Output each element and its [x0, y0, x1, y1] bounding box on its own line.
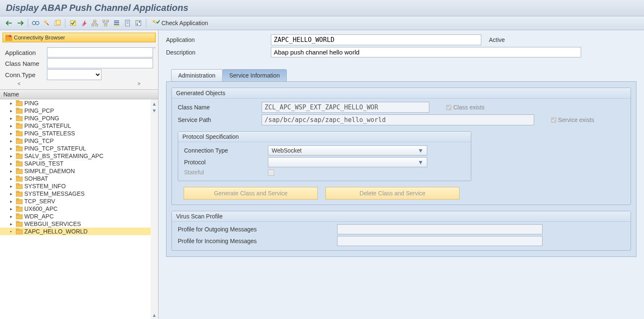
folder-icon: [16, 183, 23, 189]
check-icon[interactable]: [68, 18, 78, 28]
outgoing-profile-value[interactable]: [337, 224, 543, 234]
svg-rect-21: [136, 21, 141, 26]
connection-type-dropdown[interactable]: WebSocket▼: [268, 145, 427, 156]
tree-item-label: SYSTEM_MESSAGES: [24, 190, 85, 197]
filter-conn-type-label: Conn.Type: [5, 71, 47, 78]
forward-icon[interactable]: [15, 18, 25, 28]
svg-rect-49: [16, 177, 23, 182]
folder-icon: [16, 138, 23, 144]
check-application-button[interactable]: Check Application: [149, 19, 211, 27]
svg-rect-36: [16, 123, 19, 124]
generated-objects-group: Generated Objects Class Name Class exist…: [171, 88, 631, 205]
expand-icon[interactable]: ▸: [10, 221, 14, 227]
filter-class-name-input[interactable]: [47, 58, 153, 68]
expand-icon[interactable]: ▸: [10, 184, 14, 189]
scroll-up-icon[interactable]: ▲: [152, 312, 157, 318]
svg-rect-56: [16, 198, 19, 200]
expand-icon[interactable]: ▸: [10, 101, 14, 106]
expand-icon[interactable]: ▸: [10, 169, 14, 174]
tree-item[interactable]: ▸TCP_SERV: [0, 197, 151, 205]
svg-rect-10: [103, 20, 105, 22]
tree-item[interactable]: ▸WDR_APC: [0, 213, 151, 220]
list-icon[interactable]: [112, 18, 122, 28]
tree-item[interactable]: ▸PING_PONG: [0, 114, 151, 122]
tree-item[interactable]: ▸SIMPLE_DAEMON: [0, 167, 151, 175]
tree-item[interactable]: ▸PING_PCP: [0, 107, 151, 114]
tree-item[interactable]: ▸PING_TCP: [0, 137, 151, 145]
objects-icon[interactable]: [133, 18, 143, 28]
tree-item[interactable]: ▸SOHBAT: [0, 175, 151, 182]
protocol-dropdown[interactable]: ▼: [268, 157, 427, 167]
scroll-up-icon[interactable]: ▲: [152, 101, 157, 107]
expand-icon[interactable]: ▸: [10, 199, 14, 204]
application-value[interactable]: [271, 34, 481, 45]
back-icon[interactable]: [4, 18, 14, 28]
toolbar-separator: [28, 19, 28, 27]
folder-icon: [16, 206, 23, 212]
tree-item-label: PING_STATEFUL: [24, 122, 71, 129]
generate-button[interactable]: Generate Class and Service: [184, 187, 318, 200]
service-exists-checkbox: [551, 117, 556, 123]
tree-item[interactable]: ▸PING_TCP_STATEFUL: [0, 145, 151, 152]
folder-icon: [16, 191, 23, 197]
toolbar-separator: [146, 19, 146, 27]
document-icon[interactable]: [122, 18, 132, 28]
display-change-icon[interactable]: [42, 18, 52, 28]
where-used-icon[interactable]: [90, 18, 100, 28]
service-path-value[interactable]: [262, 114, 534, 125]
glasses-icon[interactable]: [31, 18, 41, 28]
filter-application-label: Application: [5, 49, 47, 56]
tree-item[interactable]: ▸PING: [0, 99, 151, 107]
tree-item[interactable]: ▸SAPUI5_TEST: [0, 160, 151, 167]
svg-rect-54: [16, 191, 19, 192]
svg-rect-42: [16, 145, 19, 147]
expand-icon[interactable]: ▸: [10, 176, 14, 182]
tree-scrollbar[interactable]: ▲ ▼ ▲: [151, 99, 158, 319]
expand-icon[interactable]: ▸: [10, 146, 14, 151]
tree-item[interactable]: ▸WEBGUI_SERVICES: [0, 220, 151, 228]
tree-item[interactable]: ▸SALV_BS_STREAMING_APC: [0, 152, 151, 160]
filter-conn-type-select[interactable]: [47, 69, 101, 80]
expand-icon[interactable]: ▸: [10, 214, 14, 219]
incoming-profile-value[interactable]: [337, 236, 543, 246]
tab-administration[interactable]: Administration: [171, 69, 223, 81]
svg-rect-44: [16, 153, 19, 155]
description-label: Description: [166, 49, 271, 56]
svg-rect-17: [125, 20, 130, 26]
tree-item[interactable]: ▸SYSTEM_INFO: [0, 182, 151, 190]
tab-service-information[interactable]: Service Information: [222, 69, 287, 81]
scroll-down-icon[interactable]: ▼: [152, 108, 157, 114]
expand-icon[interactable]: ▸: [10, 116, 14, 121]
expand-icon[interactable]: ▸: [10, 131, 14, 136]
tab-strip: Administration Service Information: [171, 69, 644, 81]
expand-icon[interactable]: ▸: [10, 206, 14, 212]
class-name-value[interactable]: [262, 102, 429, 113]
filter-application-input[interactable]: [47, 47, 153, 57]
expand-icon[interactable]: ▸: [10, 108, 14, 114]
expand-icon[interactable]: ▸: [10, 191, 14, 197]
delete-button[interactable]: Delete Class and Service: [325, 187, 460, 200]
tree-item[interactable]: ▸UX600_APC: [0, 205, 151, 213]
tree[interactable]: ▸PING▸PING_PCP▸PING_PONG▸PING_STATEFUL▸P…: [0, 99, 151, 319]
svg-rect-62: [16, 221, 19, 223]
other-object-icon[interactable]: [52, 18, 62, 28]
folder-icon: [16, 161, 23, 166]
tree-item[interactable]: ▸PING_STATELESS: [0, 130, 151, 137]
folder-icon: [16, 130, 23, 136]
expand-icon[interactable]: ▸: [10, 153, 14, 159]
expand-icon[interactable]: ▸: [10, 161, 14, 166]
expand-icon[interactable]: •: [10, 229, 14, 234]
tree-item[interactable]: ▸SYSTEM_MESSAGES: [0, 190, 151, 197]
expand-icon[interactable]: ▸: [10, 138, 14, 144]
scroll-up-indicator[interactable]: ˆ: [153, 47, 156, 53]
tree-item-label: SIMPLE_DAEMON: [24, 168, 75, 174]
protocol-label: Protocol: [184, 159, 268, 166]
hierarchy-icon[interactable]: [101, 18, 111, 28]
tree-item[interactable]: •ZAPC_HELLO_WORLD: [0, 228, 151, 235]
right-panel: Application Active Description Administr…: [158, 30, 644, 319]
activate-icon[interactable]: [79, 18, 89, 28]
left-panel: Connectivity Browser ˆ Application Class…: [0, 30, 158, 319]
description-value[interactable]: [271, 47, 581, 57]
tree-item[interactable]: ▸PING_STATEFUL: [0, 122, 151, 130]
expand-icon[interactable]: ▸: [10, 123, 14, 129]
